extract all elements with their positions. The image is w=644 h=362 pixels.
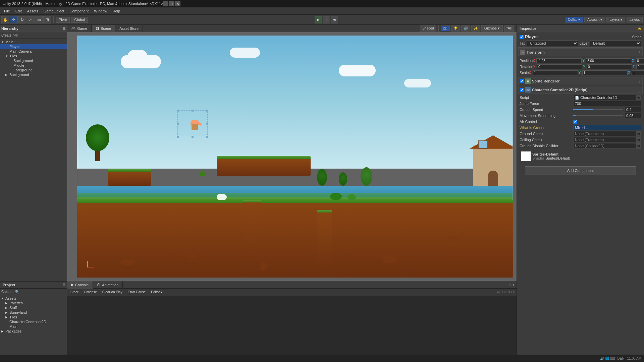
tab-asset-store[interactable]: Asset Store <box>115 25 143 32</box>
jump-force-input[interactable] <box>573 101 641 106</box>
scene-viewport[interactable] <box>67 32 517 281</box>
layers-button[interactable]: Layers ▾ <box>606 17 625 22</box>
sprite-renderer-checkbox[interactable] <box>520 79 524 83</box>
layout-button[interactable]: Layout <box>627 17 643 22</box>
project-stuff[interactable]: ▶ Stuff <box>0 305 67 310</box>
menu-help[interactable]: Help <box>110 8 123 14</box>
project-create-btn[interactable]: Create <box>1 290 11 294</box>
console-clear-btn[interactable]: Clear <box>68 289 80 295</box>
char-controller-header[interactable]: C# Character Controller 2D (Script) ⋮ <box>518 86 643 94</box>
close-button[interactable]: ✕ <box>175 1 180 6</box>
pivot-button[interactable]: Pivot <box>56 17 70 23</box>
position-z-input[interactable] <box>636 58 644 63</box>
global-button[interactable]: Global <box>71 17 88 23</box>
position-label: Position <box>520 59 533 63</box>
project-charcontroller[interactable]: CharacterController2D <box>0 319 67 324</box>
hier-item-tiles[interactable]: ▼ Tiles <box>0 54 67 58</box>
hierarchy-create-btn[interactable]: Create <box>1 34 11 37</box>
console-errorpause-btn[interactable]: Error Pause <box>126 289 148 295</box>
project-palettes[interactable]: ▶ Palettes <box>0 301 67 305</box>
script-pick-btn[interactable]: ◎ <box>636 95 641 100</box>
tab-console[interactable]: ▶ Console <box>67 281 93 289</box>
shaded-button[interactable]: Shaded <box>420 25 436 32</box>
position-x-input[interactable] <box>536 58 582 63</box>
add-component-button[interactable]: Add Component <box>525 166 636 175</box>
sprite-renderer-header[interactable]: ▣ Sprite Renderer ⋮ <box>518 77 643 85</box>
minimize-button[interactable]: ─ <box>163 1 168 6</box>
tool-move[interactable]: ✛ <box>10 16 18 23</box>
account-button[interactable]: Account ▾ <box>584 17 605 22</box>
tool-multi[interactable]: ⊞ <box>43 16 51 23</box>
what-is-ground-value[interactable]: Mixed ... <box>573 125 641 130</box>
char-controller-checkbox[interactable] <box>520 88 524 92</box>
project-options[interactable]: ☰ <box>61 283 67 287</box>
tab-animation[interactable]: ⏱ Animation <box>93 281 123 289</box>
effects-button[interactable]: ✨ <box>471 25 480 32</box>
play-button[interactable]: ▶ <box>315 16 322 23</box>
project-assets-item[interactable]: ▼ Assets <box>0 296 67 301</box>
tab-game[interactable]: 🎮 Game <box>67 25 92 32</box>
project-tiles[interactable]: ▶ Tiles <box>0 315 67 319</box>
hierarchy-options[interactable]: ☰ <box>63 27 65 30</box>
lighting-button[interactable]: 💡 <box>451 25 460 32</box>
console-minimize[interactable]: ▼ <box>512 283 515 287</box>
gizmos-button[interactable]: Gizmos ▾ <box>481 25 503 32</box>
project-sunnyland[interactable]: ▶ Sunnyland <box>0 310 67 315</box>
collider-pick-btn[interactable]: ◎ <box>636 143 641 148</box>
position-y-input[interactable] <box>586 58 631 63</box>
scale-z-input[interactable] <box>632 70 644 75</box>
crouch-speed-slider[interactable] <box>573 109 623 110</box>
console-editor-btn[interactable]: Editor ▾ <box>149 289 164 295</box>
hierarchy-all-btn[interactable]: *All <box>13 34 18 37</box>
hier-item-middle[interactable]: Middle <box>0 63 67 68</box>
2d-mode-button[interactable]: 2D <box>441 25 450 31</box>
sprite-renderer-options[interactable]: ⋮ <box>638 79 641 83</box>
maximize-button[interactable]: □ <box>169 1 174 6</box>
menu-file[interactable]: File <box>1 8 13 14</box>
air-control-checkbox[interactable] <box>573 120 577 124</box>
movement-smoothing-slider[interactable] <box>573 115 623 116</box>
menu-bar: File Edit Assets GameObject Component Wi… <box>0 7 644 15</box>
hier-item-foreground[interactable]: Foreground <box>0 68 67 72</box>
ceiling-check-pick-btn[interactable]: ◎ <box>636 137 641 142</box>
tool-hand[interactable]: ✋ <box>1 16 9 23</box>
char-controller-options[interactable]: ⋮ <box>638 88 641 92</box>
tool-scale[interactable]: ⤢ <box>26 16 35 23</box>
transform-component-header[interactable]: ↔ Transform ⋮ <box>518 48 643 56</box>
menu-window[interactable]: Window <box>91 8 110 14</box>
scale-x-input[interactable] <box>533 70 578 75</box>
tab-scene[interactable]: 🖼 Scene <box>92 25 115 32</box>
hier-item-background1[interactable]: Background <box>0 58 67 63</box>
pause-button[interactable]: ⏸ <box>323 16 330 23</box>
tool-rect[interactable]: ▭ <box>35 16 43 23</box>
scale-y-input[interactable] <box>582 70 628 75</box>
project-main[interactable]: Main <box>0 324 67 329</box>
step-button[interactable]: ⏭ <box>331 16 338 23</box>
movement-smoothing-input[interactable] <box>625 113 641 118</box>
console-collapse-btn[interactable]: Collapse <box>82 289 99 295</box>
crouch-speed-input[interactable] <box>625 107 641 112</box>
ground-check-pick-btn[interactable]: ◎ <box>636 131 641 136</box>
audio-button[interactable]: 🔊 <box>461 25 470 32</box>
rotation-z-input[interactable] <box>636 64 644 69</box>
inspector-lock[interactable]: 🔒 <box>638 27 641 30</box>
hier-item-main[interactable]: ▼ Main* <box>0 40 67 44</box>
tag-dropdown[interactable]: Untagged <box>527 40 578 46</box>
hier-item-background2[interactable]: ▶ Background <box>0 72 67 77</box>
layer-dropdown[interactable]: Default <box>590 40 641 46</box>
menu-edit[interactable]: Edit <box>13 8 24 14</box>
tool-rotate[interactable]: ↻ <box>18 16 26 23</box>
rotation-y-input[interactable] <box>587 64 632 69</box>
menu-gameobject[interactable]: GameObject <box>41 8 67 14</box>
project-packages[interactable]: ▶ Packages <box>0 329 67 334</box>
hier-item-maincamera[interactable]: Main Camera <box>0 49 67 54</box>
rotation-x-input[interactable] <box>537 64 582 69</box>
hier-item-player[interactable]: Player <box>0 44 67 49</box>
menu-assets[interactable]: Assets <box>24 8 41 14</box>
all-button[interactable]: *All <box>504 25 514 32</box>
transform-options[interactable]: ⋮ <box>638 51 641 54</box>
collab-button[interactable]: Collab ▾ <box>565 17 583 22</box>
menu-component[interactable]: Component <box>67 8 91 14</box>
console-clearonplay-btn[interactable]: Clear on Play <box>100 289 124 295</box>
player-active-checkbox[interactable] <box>520 35 524 39</box>
